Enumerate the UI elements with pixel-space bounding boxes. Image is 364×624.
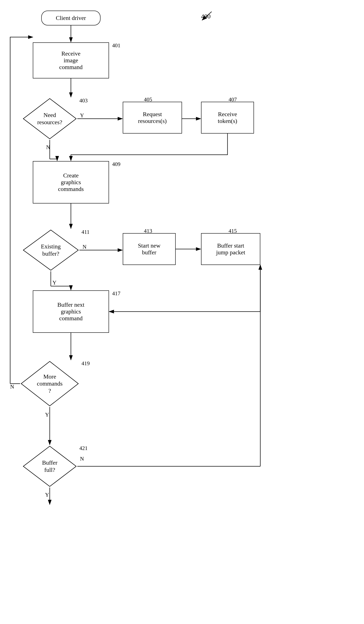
node-401: Receiveimagecommand — [33, 42, 109, 78]
edge-label-411-no: N — [83, 244, 87, 250]
node-405: Requestresources(s) — [123, 102, 182, 133]
label-413: 413 — [144, 228, 152, 234]
node-415: Buffer startjump packet — [201, 233, 260, 265]
client-driver-node: Client driver — [41, 11, 101, 26]
label-417: 417 — [112, 290, 120, 297]
label-401: 401 — [112, 42, 120, 49]
node-413: Start newbuffer — [123, 233, 176, 265]
node-411: Existingbuffer? — [22, 229, 79, 271]
node-419: Morecommands? — [20, 360, 79, 407]
edge-label-421-yes: Y — [45, 492, 49, 498]
node-417: Buffer nextgraphicscommand — [33, 290, 109, 333]
label-407: 407 — [228, 96, 237, 103]
node-421: Bufferfull? — [22, 445, 77, 488]
svg-text:Y: Y — [52, 280, 57, 286]
figure-number: 400 — [201, 13, 211, 20]
label-405: 405 — [144, 96, 152, 103]
node-407: Receivetoken(s) — [201, 102, 254, 133]
node-403: Needresources? — [22, 98, 77, 140]
edge-label-403-no: N — [46, 144, 50, 151]
label-403: 403 — [79, 98, 88, 104]
node-409: Creategraphicscommands — [33, 161, 109, 204]
edge-label-421-no: N — [80, 456, 84, 462]
label-419: 419 — [81, 360, 90, 367]
label-421: 421 — [79, 445, 88, 451]
edge-label-419-yes: Y — [45, 412, 49, 418]
flowchart-diagram: 400 Client driver Receiveimagecommand 40… — [0, 0, 364, 624]
label-411: 411 — [81, 229, 90, 235]
edge-label-403-yes: Y — [80, 112, 84, 119]
label-415: 415 — [228, 228, 237, 234]
label-409: 409 — [112, 161, 120, 167]
edge-label-419-no: N — [10, 384, 14, 390]
